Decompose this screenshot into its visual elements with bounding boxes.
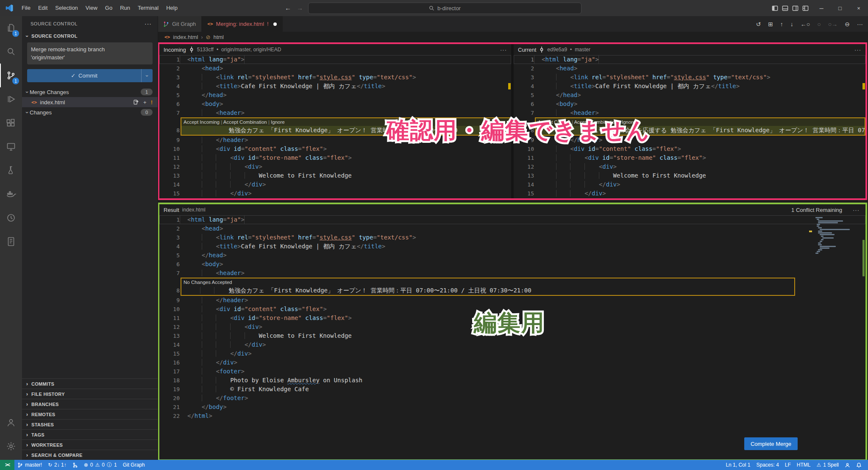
section-commits[interactable]: ›COMMITS [22, 378, 158, 389]
remote-indicator[interactable]: >< [0, 460, 14, 470]
problems-status[interactable]: ⊗ 0 ⚠ 0 ⓘ 1 [81, 460, 120, 470]
file-item-index-html[interactable]: <> index.html + ! [22, 97, 158, 107]
accept-incoming-link[interactable]: Accept Incoming [184, 120, 220, 125]
toggle-panel-icon[interactable] [782, 5, 788, 11]
compare-base-icon[interactable]: ⊖ [845, 21, 850, 28]
split-editor-icon[interactable]: ⊞ [768, 21, 773, 28]
code-line[interactable]: 18 Photo by Eloise Ambursley on Unsplash [159, 376, 865, 385]
section-search-compare[interactable]: ›SEARCH & COMPARE [22, 450, 158, 460]
open-file-icon[interactable] [133, 99, 139, 105]
code-line[interactable]: 7 <header> [159, 269, 865, 278]
menu-terminal[interactable]: Terminal [134, 0, 162, 16]
indentation[interactable]: Spaces: 4 [753, 460, 782, 470]
ignore-link[interactable]: Ignore [271, 120, 285, 125]
branch-status[interactable]: master! [14, 460, 45, 470]
code-line[interactable]: 1<html lang="ja"> [159, 215, 865, 224]
activity-accounts[interactable] [0, 411, 22, 434]
nav-forward-icon[interactable]: → [297, 0, 303, 16]
command-center-search[interactable]: b-director [308, 3, 581, 14]
scrollbar-indicator[interactable] [862, 240, 865, 276]
language-mode[interactable]: HTML [794, 460, 814, 470]
changes-group[interactable]: › Changes 0 [22, 107, 158, 117]
activity-run-debug[interactable] [0, 87, 22, 111]
previous-conflict-icon[interactable]: ↑ [780, 21, 783, 28]
code-line[interactable]: 9 </header> [159, 296, 865, 305]
code-line[interactable]: 2 <head> [159, 224, 865, 233]
merge-changes-group[interactable]: › Merge Changes 1 [22, 87, 158, 97]
code-line[interactable]: 3 <link rel="stylesheet" href="style.css… [159, 233, 865, 242]
next-conflict-icon[interactable]: ↓ [790, 21, 793, 28]
next-change-icon[interactable]: ○→ [828, 21, 837, 28]
git-graph-status-icon[interactable] [70, 460, 81, 470]
minimize-button[interactable]: ─ [812, 0, 831, 16]
accept-combination-link[interactable]: Accept Combination [223, 120, 267, 125]
commit-message-input[interactable]: Merge remote-tracking branch 'origin/mas… [27, 42, 153, 64]
timeline-icon[interactable]: ↺ [756, 21, 761, 28]
maximize-button[interactable]: □ [831, 0, 849, 16]
previous-change-icon[interactable]: ←○ [801, 21, 810, 28]
sync-status[interactable]: ↻ 2↓ 1↑ [45, 460, 70, 470]
activity-docker[interactable] [0, 182, 22, 206]
complete-merge-button[interactable]: Complete Merge [744, 437, 798, 450]
tab-merging-index-html[interactable]: <> Merging: index.html ! [202, 16, 282, 32]
toggle-sidebar-icon[interactable] [772, 5, 778, 11]
code-line[interactable]: 8 勉強会カフェ 「First Knowledge」 オープン！ 営業時間：平日… [181, 286, 794, 295]
code-line[interactable]: 16 </div> [159, 358, 865, 367]
activity-extensions[interactable] [0, 111, 22, 135]
section-file-history[interactable]: ›FILE HISTORY [22, 389, 158, 399]
activity-explorer[interactable]: 1 [0, 16, 22, 40]
menu-run[interactable]: Run [116, 0, 134, 16]
close-button[interactable]: × [849, 0, 868, 16]
menu-go[interactable]: Go [101, 0, 116, 16]
more-actions-icon[interactable]: ··· [857, 21, 863, 28]
code-line[interactable]: 22</html> [159, 412, 865, 420]
code-line[interactable]: 15 </div> [159, 349, 865, 358]
section-worktrees[interactable]: ›WORKTREES [22, 439, 158, 450]
code-line[interactable]: 5 </head> [159, 251, 865, 260]
current-change-icon[interactable]: ○ [817, 21, 821, 28]
sidebar-more-actions-icon[interactable]: ··· [145, 20, 152, 27]
code-line[interactable]: 20 </footer> [159, 394, 865, 403]
customize-layout-icon[interactable] [802, 5, 809, 11]
activity-search[interactable] [0, 40, 22, 64]
stage-changes-icon[interactable]: + [143, 99, 147, 106]
code-line[interactable]: 21 </body> [159, 403, 865, 412]
section-stashes[interactable]: ›STASHES [22, 419, 158, 429]
code-line[interactable]: 19 © First Knowledge Cafe [159, 385, 865, 394]
cursor-position[interactable]: Ln 1, Col 1 [723, 460, 753, 470]
section-tags[interactable]: ›TAGS [22, 429, 158, 439]
activity-settings[interactable] [0, 434, 22, 458]
menu-help[interactable]: Help [162, 0, 181, 16]
notifications[interactable] [853, 460, 865, 470]
eol-selector[interactable]: LF [782, 460, 794, 470]
spell-checker-status[interactable]: ⚠ 1 Spell [814, 460, 842, 470]
toggle-secondary-sidebar-icon[interactable] [792, 5, 798, 11]
menu-edit[interactable]: Edit [34, 0, 51, 16]
menu-view[interactable]: View [82, 0, 101, 16]
commit-dropdown-button[interactable]: › [141, 69, 153, 82]
activity-testing[interactable] [0, 159, 22, 182]
code-line[interactable]: 17 <footer> [159, 367, 865, 376]
activity-notebooks[interactable] [0, 230, 22, 253]
activity-gitlens[interactable] [0, 206, 22, 230]
git-graph-status[interactable]: Git Graph [120, 460, 148, 470]
modified-dot-icon[interactable] [273, 22, 277, 26]
more-actions-icon[interactable]: ··· [854, 47, 861, 53]
chevron-down-icon[interactable]: › [24, 33, 31, 39]
accounts-status[interactable] [842, 460, 853, 470]
section-branches[interactable]: ›BRANCHES [22, 399, 158, 409]
commit-button[interactable]: ✓ Commit › [27, 69, 153, 82]
breadcrumb-item-file[interactable]: index.html [173, 34, 198, 40]
activity-remote-explorer[interactable] [0, 135, 22, 159]
more-actions-icon[interactable]: ··· [853, 207, 860, 213]
minimap[interactable] [815, 217, 860, 254]
menu-file[interactable]: File [18, 0, 34, 16]
tab-git-graph[interactable]: Git Graph [158, 16, 202, 32]
breadcrumb-item-symbol[interactable]: html [213, 34, 224, 40]
section-remotes[interactable]: ›REMOTES [22, 409, 158, 419]
activity-source-control[interactable]: 1 [0, 64, 22, 87]
menu-selection[interactable]: Selection [51, 0, 81, 16]
code-line[interactable]: 14 </div> [159, 340, 865, 349]
code-line[interactable]: 4 <title>Cafe First Knowledge | 都内 カフェ</… [159, 242, 865, 251]
more-actions-icon[interactable]: ··· [500, 47, 507, 53]
